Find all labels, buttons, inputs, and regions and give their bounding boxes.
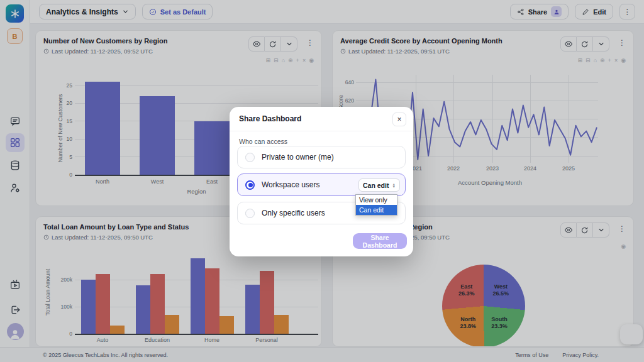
radio-unchecked-icon[interactable] xyxy=(245,209,255,218)
option-workspace-users[interactable]: Workspace users Can edit ▲▼ xyxy=(237,173,406,196)
share-dashboard-submit-button[interactable]: Share Dashboard xyxy=(353,233,407,249)
share-dashboard-modal: Share Dashboard × Who can access Private… xyxy=(230,107,413,256)
divider xyxy=(230,131,413,131)
who-can-access-label: Who can access xyxy=(239,138,287,145)
dropdown-item-view-only[interactable]: View only xyxy=(356,195,397,205)
radio-checked-icon[interactable] xyxy=(245,180,255,190)
dropdown-item-can-edit[interactable]: Can edit xyxy=(356,205,397,215)
option-private-to-owner[interactable]: Private to owner (me) xyxy=(237,146,406,168)
app-root: B xyxy=(0,0,644,362)
radio-unchecked-icon[interactable] xyxy=(245,153,255,162)
modal-title: Share Dashboard xyxy=(239,114,301,123)
select-arrows-icon: ▲▼ xyxy=(392,183,396,188)
permission-dropdown: View only Can edit xyxy=(355,194,397,216)
permission-select[interactable]: Can edit ▲▼ xyxy=(358,178,400,192)
close-button[interactable]: × xyxy=(392,112,406,126)
